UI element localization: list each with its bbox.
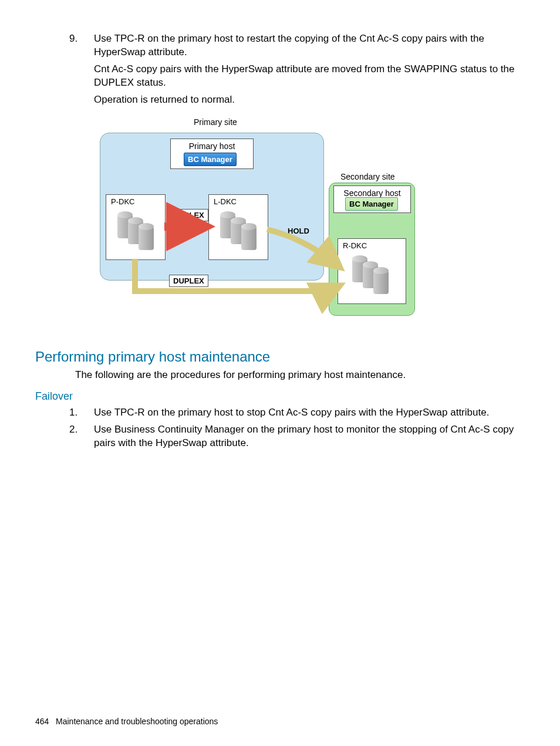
- page: 9. Use TPC-R on the primary host to rest…: [0, 0, 560, 746]
- step9-para2: Operation is returned to normal.: [94, 93, 525, 107]
- primary-site-label: Primary site: [194, 117, 237, 127]
- secondary-site-label: Secondary site: [340, 172, 395, 181]
- p-dkc-label: P-DKC: [111, 197, 134, 206]
- list-text: Use TPC-R on the primary host to restart…: [94, 32, 525, 59]
- duplex-label-1: DUPLEX: [169, 209, 208, 221]
- list-number: 2.: [69, 423, 94, 437]
- cylinder-icon: [241, 227, 257, 250]
- list-text: Use TPC-R on the primary host to stop Cn…: [94, 406, 525, 420]
- list-text: Use Business Continuity Manager on the p…: [94, 423, 525, 450]
- list-number: 9.: [69, 32, 94, 46]
- page-number: 464: [35, 717, 49, 726]
- cylinder-icon: [139, 227, 154, 250]
- r-dkc-label: R-DKC: [343, 241, 367, 250]
- secondary-host-label: Secondary host: [334, 188, 410, 198]
- step9-para1: Cnt Ac-S copy pairs with the HyperSwap a…: [94, 63, 525, 90]
- section-heading-primary-host-maintenance: Performing primary host maintenance: [35, 349, 525, 365]
- cylinder-icon: [373, 271, 389, 294]
- list-number: 1.: [69, 406, 94, 420]
- bc-manager-primary-badge: BC Manager: [184, 153, 237, 166]
- list-item-9: 9. Use TPC-R on the primary host to rest…: [69, 32, 525, 59]
- list-item: 2. Use Business Continuity Manager on th…: [69, 423, 525, 450]
- page-footer: 464 Maintenance and troubleshooting oper…: [35, 717, 218, 726]
- hold-label: HOLD: [288, 227, 309, 235]
- duplex-label-2: DUPLEX: [169, 275, 208, 287]
- footer-title: Maintenance and troubleshooting operatio…: [56, 717, 218, 726]
- primary-host-label: Primary host: [171, 141, 253, 151]
- architecture-diagram: Primary site Primary host BC Manager Sec…: [94, 115, 417, 332]
- section-intro: The following are the procedures for per…: [75, 369, 525, 382]
- l-dkc-label: L-DKC: [214, 197, 237, 206]
- subsection-heading-failover: Failover: [35, 390, 525, 403]
- bc-manager-secondary-badge: BC Manager: [345, 197, 398, 211]
- list-item: 1. Use TPC-R on the primary host to stop…: [69, 406, 525, 420]
